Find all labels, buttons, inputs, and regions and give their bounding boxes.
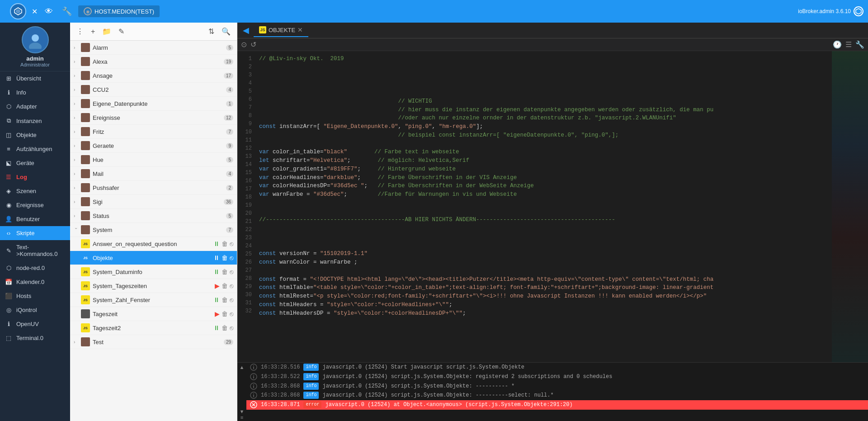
open-button[interactable]: ⎋ [230,268,233,275]
sidebar-item-benutzer[interactable]: 👤 Benutzer [0,212,70,226]
list-item[interactable]: › Pushsafer 2 [70,181,237,195]
code-line: var warnFarbe = "#36d5ec"; //Farbe für W… [259,190,832,199]
editor-tab-objekte[interactable]: JS OBJEKTE ✕ [254,24,308,37]
wrench-icon[interactable]: 🔧 [59,4,75,19]
sidebar-item-kalender[interactable]: 📅 Kalender.0 [0,275,70,289]
list-item[interactable]: JS Tageszeit2 ⏸ 🗑 ⎋ [70,321,237,335]
sidebar-item-info[interactable]: ℹ Info [0,85,70,99]
pause-button[interactable]: ⏸ [213,268,220,275]
sidebar-item-skripte[interactable]: ‹› Skripte [0,226,70,240]
delete-button[interactable]: 🗑 [222,310,228,317]
delete-button[interactable]: 🗑 [222,268,228,275]
list-item[interactable]: JS System_Zahl_Fenster ⏸ 🗑 ⎋ [70,293,237,307]
more-options-button[interactable]: ⋮ [75,26,85,37]
list-item[interactable]: JS System_Datuminfo ⏸ 🗑 ⎋ [70,265,237,279]
add-file-button[interactable]: + [89,27,97,37]
list-item[interactable]: › Status 5 [70,209,237,223]
chevron-right-icon: › [74,213,78,218]
pause-button[interactable]: ⏸ [213,254,220,261]
sidebar-item-instanzen[interactable]: ⧉ Instanzen [0,114,70,128]
close-button[interactable]: ✕ [32,7,38,16]
svg-rect-13 [253,386,254,388]
console-expand-button[interactable]: ≡ [238,415,245,420]
sidebar-item-objekte[interactable]: ◫ Objekte [0,128,70,142]
sidebar-item-text-kommandos[interactable]: ✎ Text->Kommandos.0 [0,240,70,261]
pause-button[interactable]: ⏸ [213,240,220,247]
sidebar-item-hosts[interactable]: ⬛ Hosts [0,289,70,303]
sidebar-item-uebersicht[interactable]: ⊞ Übersicht [0,71,70,85]
code-editor[interactable]: 1 2 3 4 5 6 7 8 9 10 11 12 13 14 [237,51,868,362]
console-scroll-down[interactable]: ▼ [238,409,245,414]
list-item[interactable]: › Fritz 7 [70,125,237,139]
list-item[interactable]: JS Answer_on_requested_question ⏸ 🗑 ⎋ [70,237,237,251]
file-badge: 7 [226,227,233,233]
file-actions: ⏸ 🗑 ⎋ [213,296,233,303]
play-button[interactable]: ▶ [215,282,220,289]
edit-button[interactable]: ✎ [117,26,126,37]
list-item[interactable]: › Test 29 [70,335,237,349]
list-item[interactable]: › Geraete 9 [70,139,237,153]
open-button[interactable]: ⎋ [230,240,233,247]
sort-button[interactable]: ⇅ [207,26,216,37]
list-icon[interactable]: ☰ [845,40,852,49]
file-name: Alarm [93,44,223,51]
host-selector[interactable]: ◉ HOST.MEDION(TEST) [78,5,160,17]
sidebar-item-terminal[interactable]: ⬚ Terminal.0 [0,331,70,345]
pause-button[interactable]: ⏸ [213,296,220,303]
back-button[interactable]: ◀ [240,25,252,35]
target-icon[interactable]: ⊙ [241,40,247,49]
list-item[interactable]: JS Objekte ⏸ 🗑 ⎋ [70,251,237,265]
list-item[interactable]: › Hue 5 [70,153,237,167]
delete-button[interactable]: 🗑 [222,324,228,331]
file-name: Tageszeit2 [93,325,211,331]
sidebar-item-ereignisse[interactable]: ◉ Ereignisse [0,198,70,212]
code-line: // beispiel const instanzArr=[ "eigeneDa… [259,131,832,140]
topbar: ✕ 👁 🔧 ◉ HOST.MEDION(TEST) ioBroker.admin… [0,0,868,23]
search-button[interactable]: 🔍 [220,26,232,37]
list-item[interactable]: JS System_Tageszeiten ▶ 🗑 ⎋ [70,279,237,293]
open-button[interactable]: ⎋ [230,296,233,303]
list-item[interactable]: › Ansage 17 [70,69,237,83]
settings-icon[interactable]: 🔧 [855,40,864,49]
play-button[interactable]: ▶ [215,310,220,317]
add-folder-button[interactable]: 📁 [100,26,113,37]
sidebar-item-log[interactable]: ☰ Log [0,170,70,184]
console-scroll-up[interactable]: ▲ [238,364,245,370]
sidebar-item-label: Benutzer [16,216,66,222]
delete-button[interactable]: 🗑 [222,296,228,303]
list-item[interactable]: › Eigene_Datenpunkte 1 [70,97,237,111]
list-item[interactable]: › Mail 4 [70,167,237,181]
refresh-icon[interactable]: ↺ [250,40,256,49]
file-actions: ▶ 🗑 ⎋ [215,282,233,289]
open-button[interactable]: ⎋ [230,310,233,317]
list-item[interactable]: › Sigi 36 [70,195,237,209]
minimap [832,51,868,362]
eye-icon[interactable]: 👁 [42,4,56,19]
open-button[interactable]: ⎋ [230,254,233,261]
file-name: Eigene_Datenpunkte [93,100,223,107]
list-item[interactable]: › System 7 [70,223,237,237]
delete-button[interactable]: 🗑 [222,282,228,289]
delete-button[interactable]: 🗑 [222,254,228,261]
list-item[interactable]: › CCU2 4 [70,83,237,97]
console-line: 16:33:28.868 info javascript.0 (12524) s… [246,382,868,391]
pause-button[interactable]: ⏸ [213,324,220,331]
tab-close-button[interactable]: ✕ [297,26,303,33]
clock-icon[interactable]: 🕐 [833,40,842,49]
delete-button[interactable]: 🗑 [222,240,228,247]
sidebar-item-adapter[interactable]: ⬡ Adapter [0,99,70,114]
file-name: Ereignisse [93,114,221,121]
open-button[interactable]: ⎋ [230,324,233,331]
sidebar-item-szenen[interactable]: ◈ Szenen [0,184,70,198]
sidebar-item-iqontrol[interactable]: ◎ iQontrol [0,303,70,317]
sidebar-item-openuv[interactable]: ℹ OpenUV [0,317,70,331]
list-item[interactable]: › Alexa 19 [70,55,237,69]
list-item[interactable]: › Ereignisse 12 [70,111,237,125]
list-item[interactable]: › Alarm 5 [70,41,237,55]
sidebar-item-geraete[interactable]: ⬕ Geräte [0,156,70,170]
list-item[interactable]: Tageszeit ▶ 🗑 ⎋ [70,307,237,321]
open-button[interactable]: ⎋ [230,282,233,289]
sidebar-item-aufzaehlungen[interactable]: ≡ Aufzählungen [0,142,70,156]
user-info: admin Administrator [0,23,70,71]
sidebar-item-node-red[interactable]: ⬡ node-red.0 [0,261,70,275]
